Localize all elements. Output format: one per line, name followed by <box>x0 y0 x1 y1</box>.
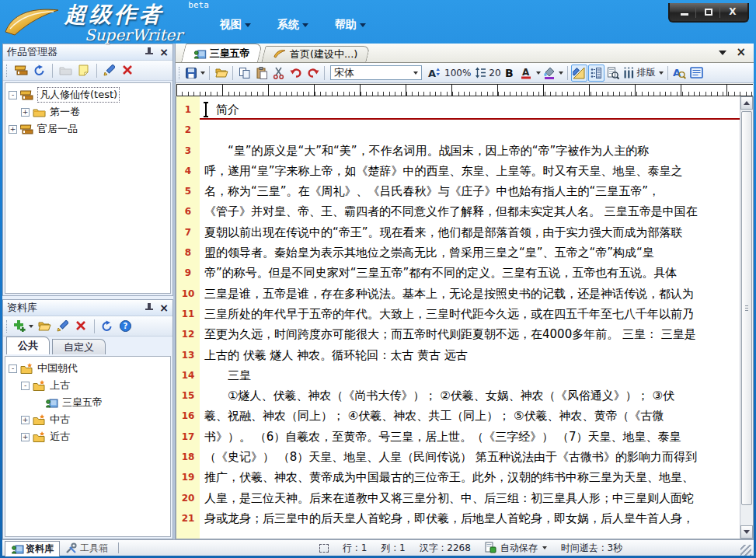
delete-button[interactable] <box>73 318 90 335</box>
editor-line[interactable]: 14 三皇 <box>176 365 740 385</box>
editor-line[interactable]: 17书》）。 （6）自羲农，至黄帝。号三皇，居上世。（《三字经》） （7）天皇、… <box>176 427 740 447</box>
pin-icon[interactable] <box>144 302 155 313</box>
page-view-button[interactable] <box>688 65 705 82</box>
close-icon: X <box>729 7 736 16</box>
open-folder-button[interactable] <box>213 65 229 82</box>
text-editor[interactable]: 1 简介23 “皇”的原义是“大”和“美”，不作名词用。战国末，因上帝的“帝”字… <box>176 96 740 539</box>
bold-button[interactable]: B <box>503 65 519 82</box>
editor-line[interactable]: 10三皇是谁，五帝是谁，存在多种说法。基本上，无论是按照史书的记载，还是神话传说… <box>176 284 740 304</box>
collapse-icon[interactable]: - <box>9 364 17 373</box>
close-document-icon[interactable]: × <box>736 47 746 58</box>
resize-grip[interactable] <box>740 545 751 556</box>
editor-line[interactable]: 15 ①燧人、伏羲、神农（《尚书大传》）； ②伏羲、女娲、神农（《风俗通义》）；… <box>176 385 740 406</box>
tree-item[interactable]: +官居一品 <box>7 120 169 138</box>
scroll-down-button[interactable] <box>740 525 753 539</box>
panel-close-icon[interactable]: × <box>159 47 169 58</box>
close-button[interactable]: X <box>721 5 744 18</box>
tree-item[interactable]: -上古 <box>7 377 169 394</box>
line-spacing-button[interactable]: 20 <box>474 65 501 82</box>
tab-list-chevron-icon[interactable] <box>719 51 726 55</box>
editor-line[interactable]: 16羲、祝融、神农（同上）； ④伏羲、神农、共工（同上）； ⑤伏羲、神农、黄帝（… <box>176 406 740 426</box>
expand-icon[interactable]: + <box>21 433 30 441</box>
tree-item[interactable]: +第一卷 <box>7 103 169 120</box>
toolbar-grip[interactable] <box>179 67 181 79</box>
collapse-icon[interactable]: - <box>21 382 30 390</box>
document-tab[interactable]: 三皇五帝 <box>181 44 263 62</box>
editor-line[interactable]: 18（《史记》） （8）天皇、地皇、人皇（民间传说） 第五种说法由于《古微书》的… <box>176 447 740 467</box>
editor-line[interactable]: 19推广，伏羲、神农、黄帝成为中国最古的三位帝王。此外，汉朝的纬书中称三皇为天皇… <box>176 467 740 487</box>
tree-item[interactable]: +中古 <box>7 411 169 428</box>
expand-icon[interactable]: + <box>21 108 30 117</box>
tree-item[interactable]: -中国朝代 <box>7 360 169 377</box>
save-button[interactable] <box>184 65 206 82</box>
pencil-button[interactable] <box>54 318 71 335</box>
books-button[interactable] <box>12 62 30 79</box>
paste-button[interactable] <box>253 65 270 82</box>
scroll-up-button[interactable] <box>740 96 753 110</box>
panel-close-icon[interactable]: × <box>159 302 169 313</box>
pencil-button[interactable] <box>101 62 118 79</box>
editor-line[interactable]: 20人皇，是三位天神。后来在道教中又将三皇分初、中、后三组：初三皇具人形；中三皇… <box>176 488 740 508</box>
expand-icon[interactable]: + <box>9 125 17 134</box>
editor-line[interactable]: 1 简介 <box>176 99 740 120</box>
editor-line[interactable]: 3 “皇”的原义是“大”和“美”，不作名词用。战国末，因上帝的“帝”字被作为人主… <box>176 141 740 161</box>
autosave-group[interactable]: 自动保存 <box>485 542 547 555</box>
undo-button[interactable] <box>287 65 304 82</box>
editor-line[interactable]: 6《管子》并对皇、帝、王、霸四者的不同意义作了解释，但都未实定其人名。 三皇五帝… <box>176 201 740 221</box>
refresh-button[interactable] <box>99 318 116 335</box>
editor-line[interactable]: 9帝”的称号。但是不同史家对“三皇五帝”都有不同的定义。三皇有五说，五帝也有五说… <box>176 263 740 283</box>
menu-帮助[interactable]: 帮助 <box>335 18 366 32</box>
add-icon <box>13 320 26 333</box>
note-button[interactable] <box>75 62 92 79</box>
editor-line[interactable]: 13上古的 伏羲 燧人 神农。循环轮回：太古 黄古 远古 <box>176 345 740 365</box>
highlight-button[interactable] <box>542 65 564 82</box>
find-text-button[interactable]: A <box>671 65 688 82</box>
redo-button[interactable] <box>305 65 321 82</box>
scrollbar-track[interactable] <box>740 110 753 525</box>
menu-视图[interactable]: 视图 <box>220 18 251 32</box>
editor-line[interactable]: 8盟的领导者。秦始皇为表示其地位之崇高无比，曾采用三皇之“皇”、五帝之“帝”构成… <box>176 242 740 263</box>
minimize-button[interactable] <box>673 5 696 18</box>
editor-line[interactable]: 11三皇所处的年代早于五帝的年代。大致上，三皇时代距今久远，或在四五千年至七八千… <box>176 304 740 324</box>
copy-button[interactable] <box>236 65 253 82</box>
tree-item[interactable]: -凡人修仙传(test) <box>7 86 169 103</box>
refresh-button[interactable] <box>31 62 48 79</box>
library-tab-自定义[interactable]: 自定义 <box>52 339 106 354</box>
outline-panel-button[interactable] <box>588 65 604 82</box>
dock-tab-工具箱[interactable]: 工具箱 <box>60 541 113 556</box>
font-color-button[interactable]: A <box>520 65 542 82</box>
editor-line[interactable]: 12至更为久远，时间跨度亦可能很大；而五帝时代则距夏朝不远，在4000多年前。 … <box>176 324 740 344</box>
editor-line[interactable]: 7夏朝以前出现在传说中的“帝王”。现在看来，他们都是部落首领，由于实力强大而成为… <box>176 222 740 242</box>
pin-icon[interactable] <box>144 47 155 58</box>
editor-line[interactable]: 5名，称为“三皇”。在《周礼》、《吕氏春秋》与《庄子》中也始有指人主的“三皇五帝… <box>176 181 740 201</box>
scrollbar-thumb[interactable] <box>741 111 752 505</box>
edit-mode-button[interactable] <box>571 65 587 82</box>
delete-button[interactable] <box>120 62 137 79</box>
preview-button[interactable] <box>605 65 622 82</box>
toolbar-grip[interactable] <box>6 320 9 333</box>
toolbar-grip[interactable] <box>6 65 9 77</box>
tree-item[interactable]: 三皇五帝 <box>7 394 169 411</box>
editor-line[interactable]: 4呼，遂用“皇”字来称上帝，如《楚辞》中的西皇、东皇、上皇等。时又有天皇、地皇、… <box>176 161 740 181</box>
tree-item[interactable]: +近古 <box>7 428 169 445</box>
editor-line[interactable]: 2 <box>176 120 740 140</box>
document-tab[interactable]: 首页(建设中...) <box>261 46 370 62</box>
add-button[interactable] <box>12 318 34 335</box>
menu-系统[interactable]: 系统 <box>277 18 308 32</box>
font-family-combo[interactable]: 宋体 <box>330 65 422 80</box>
expand-icon[interactable]: + <box>21 416 30 424</box>
font-size-button[interactable]: A <box>425 65 441 82</box>
editor-line[interactable]: 21身或龙身；后三皇中的后天皇人首蛇身，即伏羲，后地皇人首蛇身，即女娲，后人皇牛… <box>176 508 740 528</box>
cut-button[interactable] <box>270 65 287 82</box>
maximize-button[interactable] <box>697 5 720 18</box>
dock-tab-资料库[interactable]: 资料库 <box>5 541 60 556</box>
typeset-label: 排版 <box>637 66 656 79</box>
vertical-scrollbar[interactable] <box>740 96 753 539</box>
open-folder-button[interactable] <box>36 318 53 335</box>
typeset-button[interactable]: 排版 <box>622 65 664 82</box>
help-button[interactable]: ? <box>117 318 134 335</box>
folder-icon <box>59 65 71 77</box>
delete-icon <box>75 320 88 333</box>
library-tab-公共[interactable]: 公共 <box>6 337 50 354</box>
collapse-icon[interactable]: - <box>9 91 17 99</box>
